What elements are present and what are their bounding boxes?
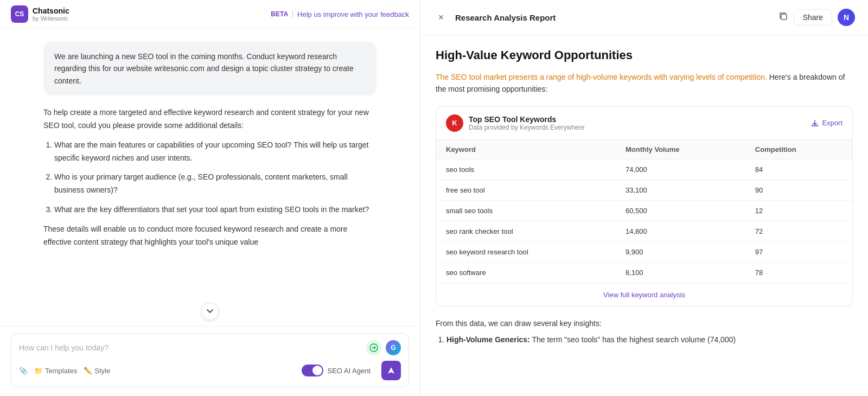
kw-sub: Data provided by Keywords Everywhere	[469, 124, 584, 131]
input-bottom-row: 📎 📁 Templates ✏️ Style SEO AI Agent	[19, 361, 401, 380]
cell-volume: 9,900	[616, 241, 745, 262]
style-label: Style	[94, 367, 110, 375]
seo-agent-toggle[interactable]	[302, 365, 323, 376]
table-row: seo keyword research tool 9,900 97	[436, 241, 852, 262]
kw-title: Top SEO Tool Keywords	[469, 115, 584, 124]
ai-assist-icon[interactable]: G	[386, 340, 401, 355]
report-header: × Research Analysis Report Share N	[420, 0, 868, 35]
cell-competition: 78	[745, 262, 852, 283]
ai-trailing-text: These details will enable us to conduct …	[43, 223, 376, 249]
export-label: Export	[822, 119, 843, 127]
seo-agent-label: SEO AI Agent	[328, 367, 371, 375]
input-placeholder: How can I help you today?	[19, 343, 108, 352]
grammarly-icon[interactable]	[366, 340, 381, 355]
insight-text-1: The term "seo tools" has the highest sea…	[532, 335, 736, 344]
ai-list-item-1: What are the main features or capabiliti…	[54, 139, 376, 165]
input-box: How can I help you today? G 📎 📁 Template…	[11, 333, 409, 387]
cell-competition: 90	[745, 180, 852, 200]
report-insights: From this data, we can draw several key …	[436, 317, 853, 346]
cell-keyword: seo tools	[436, 159, 616, 180]
feedback-link[interactable]: Help us improve with your feedback	[297, 10, 409, 18]
header-divider	[292, 10, 293, 18]
report-actions: Share N	[778, 9, 855, 26]
close-button[interactable]: ×	[433, 10, 449, 25]
cell-keyword: seo software	[436, 262, 616, 283]
ai-list: What are the main features or capabiliti…	[43, 139, 376, 216]
app-name: Chatsonic	[33, 7, 69, 15]
beta-badge: BETA	[271, 10, 288, 18]
paperclip-icon: 📎	[19, 367, 28, 375]
chat-area: We are launching a new SEO tool in the c…	[0, 29, 420, 326]
user-message-text: We are launching a new SEO tool in the c…	[54, 52, 354, 85]
table-row: seo rank checker tool 14,800 72	[436, 221, 852, 241]
cell-competition: 84	[745, 159, 852, 180]
input-top-row: How can I help you today? G	[19, 340, 401, 355]
keywords-icon: K	[446, 114, 463, 132]
kw-title-area: Top SEO Tool Keywords Data provided by K…	[469, 115, 584, 131]
ai-response: To help create a more targeted and effec…	[43, 106, 376, 255]
app-logo: CS	[11, 5, 28, 23]
table-row: free seo tool 33,100 90	[436, 180, 852, 200]
export-button[interactable]: Export	[811, 119, 843, 127]
logo-text: Chatsonic by Writesonic	[33, 7, 69, 22]
right-panel: × Research Analysis Report Share N High-…	[420, 0, 868, 396]
pen-icon: ✏️	[84, 367, 92, 375]
toggle-knob	[312, 366, 322, 375]
svg-rect-1	[781, 14, 787, 20]
header-right: BETA Help us improve with your feedback	[271, 10, 409, 18]
insight-item-1: High-Volume Generics: The term "seo tool…	[446, 334, 853, 346]
cell-volume: 74,000	[616, 159, 745, 180]
input-icons: G	[366, 340, 401, 355]
ai-list-item-2: Who is your primary target audience (e.g…	[54, 171, 376, 197]
table-row: small seo tools 60,500 12	[436, 200, 852, 221]
col-volume: Monthly Volume	[616, 140, 745, 159]
keywords-card-header: K Top SEO Tool Keywords Data provided by…	[436, 107, 852, 140]
keywords-card: K Top SEO Tool Keywords Data provided by…	[436, 106, 853, 306]
copy-button[interactable]	[778, 11, 788, 24]
cell-competition: 72	[745, 221, 852, 241]
app-header: CS Chatsonic by Writesonic BETA Help us …	[0, 0, 420, 29]
folder-icon: 📁	[34, 367, 43, 375]
cell-volume: 60,500	[616, 200, 745, 221]
insight-strong: High-Volume Generics:	[446, 335, 530, 344]
seo-toggle-area: SEO AI Agent	[302, 365, 371, 376]
insights-intro-text: From this data, we can draw several key …	[436, 317, 853, 329]
cell-keyword: seo keyword research tool	[436, 241, 616, 262]
col-competition: Competition	[745, 140, 852, 159]
cell-competition: 97	[745, 241, 852, 262]
input-area: How can I help you today? G 📎 📁 Template…	[0, 326, 420, 396]
cell-volume: 8,100	[616, 262, 745, 283]
templates-label: Templates	[45, 367, 77, 375]
report-intro: The SEO tool market presents a range of …	[436, 71, 853, 95]
templates-button[interactable]: 📁 Templates	[34, 367, 77, 375]
report-title: Research Analysis Report	[455, 13, 556, 22]
cell-competition: 12	[745, 200, 852, 221]
cell-volume: 14,800	[616, 221, 745, 241]
send-button[interactable]	[381, 361, 401, 380]
attachment-button[interactable]: 📎	[19, 367, 28, 375]
share-button[interactable]: Share	[794, 9, 832, 25]
cell-keyword: seo rank checker tool	[436, 221, 616, 241]
kw-header-left: K Top SEO Tool Keywords Data provided by…	[446, 114, 584, 132]
user-message-bubble: We are launching a new SEO tool in the c…	[43, 42, 376, 95]
left-panel: CS Chatsonic by Writesonic BETA Help us …	[0, 0, 420, 396]
user-avatar: N	[838, 9, 855, 26]
style-button[interactable]: ✏️ Style	[84, 367, 110, 375]
report-content: High-Value Keyword Opportunities The SEO…	[420, 35, 868, 363]
logo-area: CS Chatsonic by Writesonic	[11, 5, 69, 23]
report-h1: High-Value Keyword Opportunities	[436, 48, 853, 62]
scroll-down-button[interactable]	[201, 303, 219, 320]
ai-list-item-3: What are the key differentiators that se…	[54, 203, 376, 216]
view-full-link: View full keyword analysis	[436, 283, 852, 306]
view-full-anchor[interactable]: View full keyword analysis	[603, 291, 685, 299]
report-intro-orange: The SEO tool market presents a range of …	[436, 73, 767, 81]
ai-intro-text: To help create a more targeted and effec…	[43, 106, 376, 132]
cell-keyword: free seo tool	[436, 180, 616, 200]
col-keyword: Keyword	[436, 140, 616, 159]
cell-keyword: small seo tools	[436, 200, 616, 221]
keywords-table: Keyword Monthly Volume Competition seo t…	[436, 140, 852, 283]
app-sub: by Writesonic	[33, 15, 69, 22]
cell-volume: 33,100	[616, 180, 745, 200]
table-row: seo tools 74,000 84	[436, 159, 852, 180]
table-row: seo software 8,100 78	[436, 262, 852, 283]
